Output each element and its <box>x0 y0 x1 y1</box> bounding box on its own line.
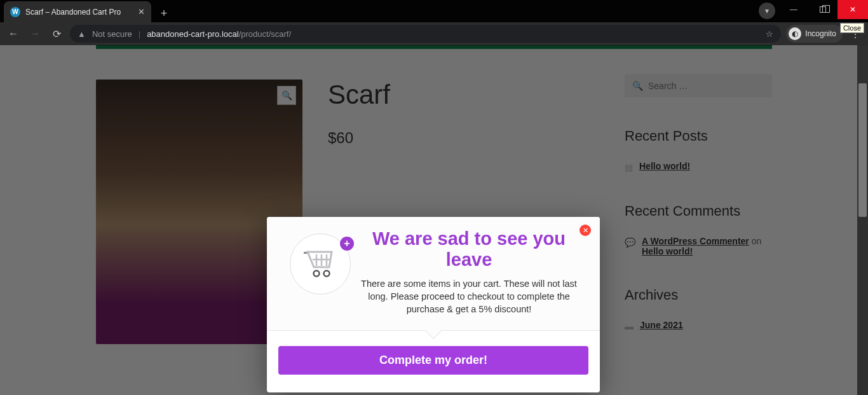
incognito-label: Incognito <box>805 29 836 38</box>
tab-title: Scarf – Abandoned Cart Pro <box>25 8 133 17</box>
window-restore-button[interactable] <box>808 0 837 19</box>
not-secure-icon: ▲ <box>78 29 86 39</box>
browser-tab[interactable]: W Scarf – Abandoned Cart Pro ✕ <box>4 1 151 22</box>
not-secure-label: Not secure <box>92 29 132 39</box>
reload-button[interactable]: ⟳ <box>48 25 65 42</box>
close-tooltip: Close <box>840 23 864 33</box>
wordpress-favicon: W <box>10 7 20 17</box>
svg-point-6 <box>324 271 330 277</box>
window-close-button[interactable]: ✕ <box>837 0 868 19</box>
modal-message: There are some items in your cart. These… <box>361 277 577 316</box>
scrollbar-thumb[interactable] <box>858 83 867 217</box>
bookmark-star-icon[interactable]: ☆ <box>766 29 773 39</box>
incognito-icon: ◐ <box>789 27 801 40</box>
tab-close-icon[interactable]: ✕ <box>138 7 145 17</box>
plus-badge-icon: + <box>340 237 354 251</box>
exit-intent-modal: ✕ + <box>267 217 600 392</box>
new-tab-button[interactable]: + <box>155 4 173 22</box>
vertical-scrollbar[interactable] <box>857 45 868 395</box>
downloads-icon[interactable]: ▾ <box>759 3 775 19</box>
svg-point-5 <box>314 271 320 277</box>
forward-button[interactable]: → <box>27 25 43 42</box>
modal-heading: We are sad to see you leave <box>361 228 577 271</box>
url-host: abandoned-cart-pro.local <box>147 29 239 39</box>
url-path: /product/scarf/ <box>239 29 291 39</box>
browser-toolbar: ← → ⟳ ▲ Not secure | abandoned-cart-pro.… <box>0 22 868 45</box>
cart-icon: + <box>290 233 351 295</box>
back-button[interactable]: ← <box>5 25 22 42</box>
modal-close-button[interactable]: ✕ <box>580 225 591 236</box>
incognito-badge[interactable]: ◐ Incognito <box>786 25 843 43</box>
complete-order-button[interactable]: Complete my order! <box>278 346 588 375</box>
window-minimize-button[interactable]: — <box>779 0 808 19</box>
address-bar[interactable]: ▲ Not secure | abandoned-cart-pro.local/… <box>70 25 781 43</box>
modal-divider <box>267 330 600 331</box>
